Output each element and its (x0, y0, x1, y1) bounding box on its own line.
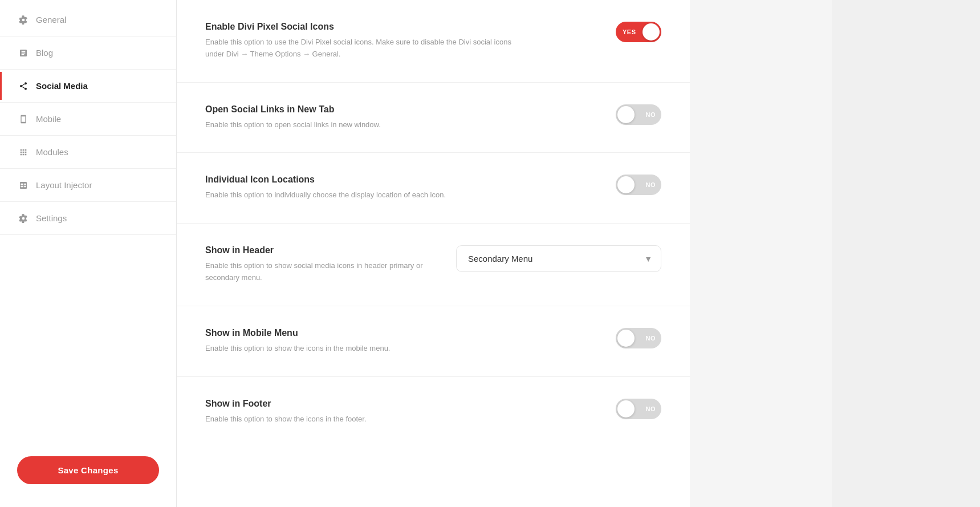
toggle-knob (617, 400, 635, 417)
right-panel (832, 0, 980, 507)
setting-text-show-in-mobile-menu: Show in Mobile Menu Enable this option t… (205, 328, 547, 355)
sidebar-item-label-social-media: Social Media (36, 81, 88, 91)
setting-text-open-social-links: Open Social Links in New Tab Enable this… (205, 104, 547, 131)
main-content: Enable Divi Pixel Social Icons Enable th… (177, 0, 832, 507)
toggle-label-off: NO (646, 405, 656, 412)
setting-desc-individual-icon-locations: Enable this option to individually choos… (205, 189, 524, 201)
setting-row-show-in-footer: Show in Footer Enable this option to sho… (177, 377, 690, 447)
sidebar-item-label-general: General (36, 15, 66, 25)
divider (0, 234, 176, 235)
save-changes-button[interactable]: Save Changes (17, 456, 159, 484)
sidebar-item-settings[interactable]: Settings (0, 204, 176, 232)
toggle-knob (617, 106, 635, 123)
divider (0, 135, 176, 136)
setting-label-show-in-footer: Show in Footer (205, 399, 524, 409)
modules-icon (19, 148, 28, 157)
settings-icon (19, 214, 28, 223)
setting-desc-enable-social-icons: Enable this option to use the Divi Pixel… (205, 36, 524, 60)
setting-text-show-in-footer: Show in Footer Enable this option to sho… (205, 399, 547, 425)
setting-text-show-in-header: Show in Header Enable this option to sho… (205, 245, 456, 284)
sidebar-item-modules[interactable]: Modules (0, 138, 176, 166)
toggle-label-on: YES (623, 29, 636, 35)
sidebar-item-label-blog: Blog (36, 48, 53, 58)
sidebar-item-general[interactable]: General (0, 6, 176, 34)
toggle-show-in-mobile-menu[interactable]: NO (616, 328, 661, 348)
share-icon (19, 82, 28, 91)
divider (0, 36, 176, 36)
toggle-knob (617, 176, 635, 193)
setting-row-individual-icon-locations: Individual Icon Locations Enable this op… (177, 153, 690, 224)
divider (0, 102, 176, 103)
layout-icon (19, 181, 28, 190)
sidebar-item-label-modules: Modules (36, 147, 68, 157)
sidebar-nav: General Blog Social Media Mobile (0, 0, 176, 439)
show-in-header-select[interactable]: Disabled Primary Menu Secondary Menu (456, 245, 661, 272)
setting-text-enable-social-icons: Enable Divi Pixel Social Icons Enable th… (205, 22, 547, 60)
divider (0, 69, 176, 70)
toggle-label-off: NO (646, 181, 656, 188)
blog-icon (19, 48, 28, 58)
setting-desc-show-in-mobile-menu: Enable this option to show the icons in … (205, 343, 524, 355)
setting-label-open-social-links: Open Social Links in New Tab (205, 104, 524, 115)
sidebar-item-blog[interactable]: Blog (0, 39, 176, 67)
divider (0, 201, 176, 202)
sidebar-item-label-mobile: Mobile (36, 114, 61, 124)
mobile-icon (19, 115, 28, 124)
sidebar-footer: Save Changes (0, 439, 176, 507)
show-in-header-dropdown-wrap: Disabled Primary Menu Secondary Menu ▼ (456, 245, 661, 272)
setting-control-show-in-mobile-menu: NO (570, 328, 661, 348)
gear-icon (19, 15, 28, 25)
setting-row-enable-social-icons: Enable Divi Pixel Social Icons Enable th… (177, 0, 690, 83)
setting-desc-show-in-footer: Enable this option to show the icons in … (205, 413, 524, 425)
content-panel: Enable Divi Pixel Social Icons Enable th… (177, 0, 690, 507)
sidebar: General Blog Social Media Mobile (0, 0, 177, 507)
setting-control-open-social-links: NO (570, 104, 661, 125)
setting-control-individual-icon-locations: NO (570, 175, 661, 195)
setting-label-show-in-mobile-menu: Show in Mobile Menu (205, 328, 524, 338)
setting-control-show-in-footer: NO (570, 399, 661, 419)
setting-desc-show-in-header: Enable this option to show social media … (205, 260, 433, 284)
setting-control-show-in-header: Disabled Primary Menu Secondary Menu ▼ (456, 245, 661, 272)
setting-desc-open-social-links: Enable this option to open social links … (205, 119, 524, 131)
sidebar-item-social-media[interactable]: Social Media (0, 72, 176, 100)
setting-label-individual-icon-locations: Individual Icon Locations (205, 175, 524, 185)
toggle-show-in-footer[interactable]: NO (616, 399, 661, 419)
sidebar-item-layout-injector[interactable]: Layout Injector (0, 171, 176, 199)
toggle-label-off: NO (646, 111, 656, 118)
toggle-knob (643, 23, 660, 40)
setting-row-open-social-links: Open Social Links in New Tab Enable this… (177, 83, 690, 153)
toggle-label-off: NO (646, 335, 656, 342)
sidebar-item-mobile[interactable]: Mobile (0, 105, 176, 133)
setting-label-enable-social-icons: Enable Divi Pixel Social Icons (205, 22, 524, 32)
divider (0, 168, 176, 169)
setting-row-show-in-header: Show in Header Enable this option to sho… (177, 224, 690, 306)
setting-control-enable-social-icons: YES (570, 22, 661, 42)
toggle-individual-icon-locations[interactable]: NO (616, 175, 661, 195)
setting-text-individual-icon-locations: Individual Icon Locations Enable this op… (205, 175, 547, 201)
toggle-knob (617, 330, 635, 347)
setting-row-show-in-mobile-menu: Show in Mobile Menu Enable this option t… (177, 306, 690, 377)
sidebar-item-label-settings: Settings (36, 213, 67, 223)
sidebar-item-label-layout-injector: Layout Injector (36, 180, 92, 190)
toggle-enable-social-icons[interactable]: YES (616, 22, 661, 42)
setting-label-show-in-header: Show in Header (205, 245, 433, 255)
toggle-open-social-links[interactable]: NO (616, 104, 661, 125)
